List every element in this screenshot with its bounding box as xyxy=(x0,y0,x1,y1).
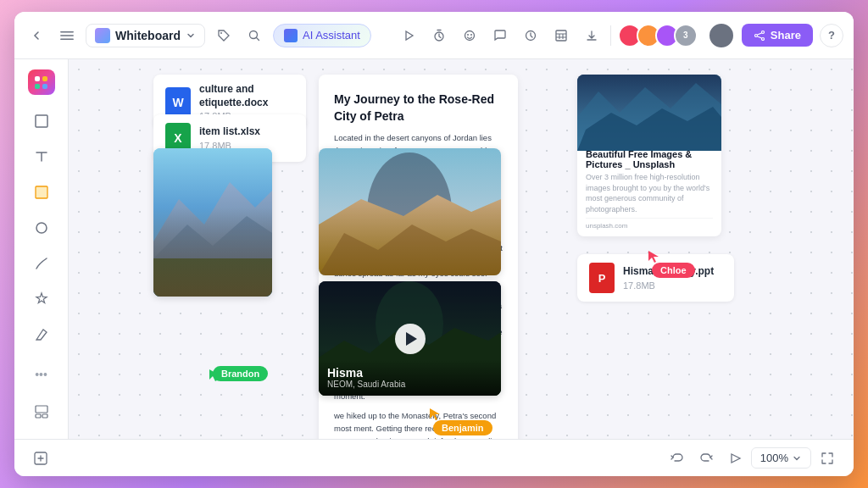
toolbar-strip-right: 100% xyxy=(665,446,840,471)
nav-clock-button[interactable] xyxy=(519,24,542,47)
file-name-excel: item list.xlsx xyxy=(199,125,260,139)
sidebar: ••• xyxy=(14,59,69,439)
back-button[interactable] xyxy=(25,24,48,47)
sidebar-tool-special[interactable] xyxy=(25,283,58,315)
main-area: ••• W culture and etiquette.docx 17.8MB … xyxy=(14,59,854,439)
tag-button[interactable] xyxy=(212,24,236,47)
svg-rect-18 xyxy=(36,414,41,418)
svg-rect-15 xyxy=(36,186,47,198)
file-info-excel: item list.xlsx 17.8MB xyxy=(199,125,260,151)
canvas[interactable]: W culture and etiquette.docx 17.8MB X it… xyxy=(69,59,854,439)
zoom-control[interactable]: 100% xyxy=(751,447,811,469)
svg-marker-23 xyxy=(153,216,272,297)
svg-rect-10 xyxy=(556,30,566,41)
sidebar-tool-frame[interactable] xyxy=(25,105,58,137)
svg-point-13 xyxy=(761,37,764,40)
avatar-count: 3 xyxy=(674,24,698,47)
benjamin-cursor-icon xyxy=(430,408,440,420)
svg-point-11 xyxy=(761,30,764,33)
ai-icon xyxy=(284,29,298,42)
logo-dots xyxy=(35,76,47,89)
ai-chip[interactable]: AI Assistant xyxy=(273,24,371,47)
svg-rect-14 xyxy=(36,115,47,127)
sidebar-tool-pen[interactable] xyxy=(25,247,58,280)
brand-icon xyxy=(95,28,110,43)
sidebar-tool-grid[interactable] xyxy=(25,395,58,429)
svg-point-8 xyxy=(470,34,472,36)
website-title: Beautiful Free Images & Pictures _ Unspl… xyxy=(586,149,713,169)
nav-emoji-button[interactable] xyxy=(458,24,481,47)
svg-point-3 xyxy=(220,32,222,34)
sidebar-tool-more[interactable]: ••• xyxy=(25,358,58,391)
desert-image xyxy=(319,148,501,275)
play-mode-button[interactable] xyxy=(722,446,748,471)
sidebar-tool-text[interactable] xyxy=(25,141,58,173)
photo-card-desert[interactable] xyxy=(319,148,501,275)
fullscreen-button[interactable] xyxy=(815,446,840,471)
share-icon xyxy=(754,30,765,42)
article-title: My Journey to the Rose-Red City of Petra xyxy=(334,92,503,125)
bottom-left xyxy=(28,446,53,471)
brand-chip[interactable]: Whiteboard xyxy=(86,24,205,47)
svg-rect-0 xyxy=(60,31,74,33)
nav-chat-button[interactable] xyxy=(488,24,512,47)
website-card[interactable]: Beautiful Free Images & Pictures _ Unspl… xyxy=(577,75,721,236)
video-title: Hisma xyxy=(327,366,492,380)
help-button[interactable]: ? xyxy=(820,24,843,47)
svg-point-7 xyxy=(467,34,469,36)
redo-button[interactable] xyxy=(693,446,719,471)
photo-card-mountain[interactable] xyxy=(153,148,272,297)
user-avatar xyxy=(708,22,735,49)
brandon-label: Brandon xyxy=(213,366,268,381)
website-image xyxy=(577,75,721,151)
sidebar-tool-shape[interactable] xyxy=(25,212,58,244)
menu-button[interactable] xyxy=(55,24,79,47)
chloe-cursor-icon xyxy=(648,251,659,263)
mountain-image xyxy=(153,148,272,297)
chevron-down-icon xyxy=(186,30,196,41)
svg-point-17 xyxy=(36,223,47,233)
website-info: Beautiful Free Images & Pictures _ Unspl… xyxy=(577,142,721,236)
toolbar-right: 3 Share ? xyxy=(397,22,843,49)
chloe-label: Chloe xyxy=(652,263,695,278)
word-icon: W xyxy=(165,87,191,118)
video-card[interactable]: Hisma NEOM, Saudi Arabia xyxy=(319,281,501,396)
zoom-chevron-icon xyxy=(792,453,802,463)
nav-play-button[interactable] xyxy=(397,24,420,47)
svg-rect-24 xyxy=(153,258,272,297)
bottom-right: 100% xyxy=(665,446,840,471)
bottom-toolbar: 100% xyxy=(14,439,854,476)
svg-rect-20 xyxy=(36,406,47,413)
video-caption: Hisma NEOM, Saudi Arabia xyxy=(319,359,501,396)
file-name-word: culture and etiquette.docx xyxy=(199,83,294,109)
undo-button[interactable] xyxy=(665,446,690,471)
website-url: unsplash.com xyxy=(586,218,713,230)
website-thumbnail xyxy=(577,75,721,142)
sidebar-tool-sticky[interactable] xyxy=(25,176,58,208)
logo-dot-3 xyxy=(35,84,40,89)
play-button[interactable] xyxy=(395,324,426,354)
insert-button[interactable] xyxy=(28,446,53,471)
share-label: Share xyxy=(771,29,801,42)
app-window: Whiteboard AI Assistant xyxy=(14,12,854,476)
ai-label: AI Assistant xyxy=(303,29,360,42)
brand-name: Whiteboard xyxy=(115,29,181,42)
nav-download-button[interactable] xyxy=(580,24,604,47)
play-icon xyxy=(406,332,417,346)
svg-rect-19 xyxy=(42,414,47,418)
sidebar-tool-eraser[interactable] xyxy=(25,319,58,351)
ppt-icon: P xyxy=(589,263,615,293)
share-button[interactable]: Share xyxy=(742,24,813,47)
logo-dot-2 xyxy=(42,76,47,81)
svg-rect-21 xyxy=(153,148,272,297)
app-logo xyxy=(28,69,55,95)
search-button[interactable] xyxy=(242,24,266,47)
sidebar-bottom: ••• xyxy=(25,358,58,429)
benjamin-label: Benjamin xyxy=(433,420,492,435)
toolbar-left: Whiteboard AI Assistant xyxy=(25,24,390,47)
toolbar-divider xyxy=(610,25,611,46)
svg-rect-1 xyxy=(60,35,74,36)
video-subtitle: NEOM, Saudi Arabia xyxy=(327,380,492,389)
nav-table-button[interactable] xyxy=(549,24,573,47)
nav-timer-button[interactable] xyxy=(427,24,451,47)
